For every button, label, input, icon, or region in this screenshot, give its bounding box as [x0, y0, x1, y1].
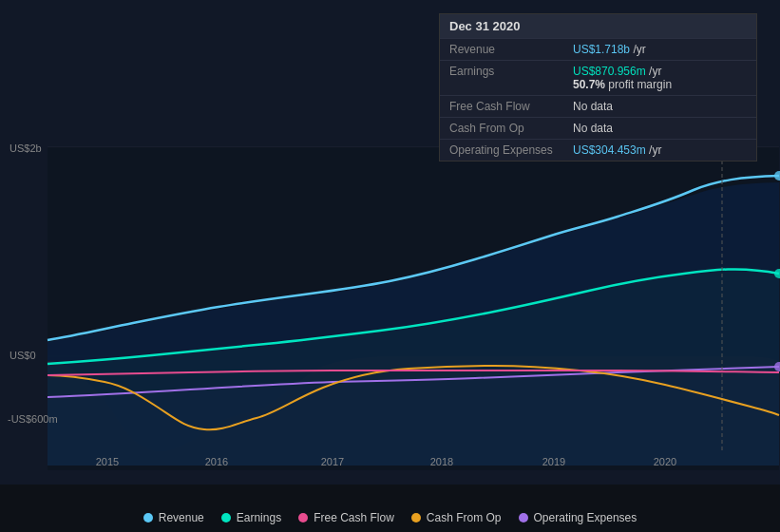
legend-dot-revenue	[143, 513, 153, 522]
legend-item-cfo[interactable]: Cash From Op	[411, 511, 502, 524]
legend-dot-cfo	[411, 513, 421, 522]
info-label-fcf: Free Cash Flow	[449, 100, 573, 113]
info-row-revenue: Revenue US$1.718b /yr	[440, 38, 756, 60]
info-value-earnings: US$870.956m /yr 50.7% profit margin	[573, 65, 672, 91]
svg-text:2019: 2019	[542, 456, 565, 467]
info-label-cfo: Cash From Op	[449, 122, 573, 135]
legend-label-revenue: Revenue	[159, 511, 204, 524]
info-row-opex: Operating Expenses US$304.453m /yr	[440, 139, 756, 161]
chart-legend: Revenue Earnings Free Cash Flow Cash Fro…	[0, 511, 780, 524]
svg-text:2020: 2020	[654, 456, 676, 467]
legend-dot-fcf	[298, 513, 308, 522]
svg-text:2017: 2017	[321, 456, 344, 467]
legend-item-opex[interactable]: Operating Expenses	[519, 511, 637, 524]
info-tooltip: Dec 31 2020 Revenue US$1.718b /yr Earnin…	[439, 13, 757, 162]
info-row-cfo: Cash From Op No data	[440, 117, 756, 139]
svg-text:2015: 2015	[96, 456, 119, 467]
svg-text:2018: 2018	[430, 456, 453, 467]
svg-text:US$2b: US$2b	[10, 142, 42, 154]
info-row-earnings: Earnings US$870.956m /yr 50.7% profit ma…	[440, 60, 756, 95]
info-title: Dec 31 2020	[440, 14, 756, 38]
info-value-cfo: No data	[573, 122, 613, 135]
legend-item-earnings[interactable]: Earnings	[221, 511, 281, 524]
legend-label-opex: Operating Expenses	[534, 511, 637, 524]
info-label-opex: Operating Expenses	[449, 143, 573, 157]
legend-label-cfo: Cash From Op	[427, 511, 502, 524]
legend-dot-opex	[519, 513, 528, 522]
info-row-fcf: Free Cash Flow No data	[440, 95, 756, 117]
info-value-fcf: No data	[573, 100, 613, 113]
legend-label-earnings: Earnings	[237, 511, 281, 524]
legend-item-fcf[interactable]: Free Cash Flow	[298, 511, 394, 524]
legend-item-revenue[interactable]: Revenue	[143, 511, 204, 524]
info-value-opex: US$304.453m /yr	[573, 143, 661, 157]
info-value-revenue: US$1.718b /yr	[573, 43, 646, 56]
legend-dot-earnings	[221, 513, 231, 522]
info-label-earnings: Earnings	[449, 65, 573, 91]
legend-label-fcf: Free Cash Flow	[314, 511, 394, 524]
info-label-revenue: Revenue	[449, 43, 573, 56]
svg-text:2016: 2016	[205, 456, 228, 467]
svg-text:US$0: US$0	[10, 350, 36, 361]
svg-text:-US$600m: -US$600m	[8, 413, 58, 425]
